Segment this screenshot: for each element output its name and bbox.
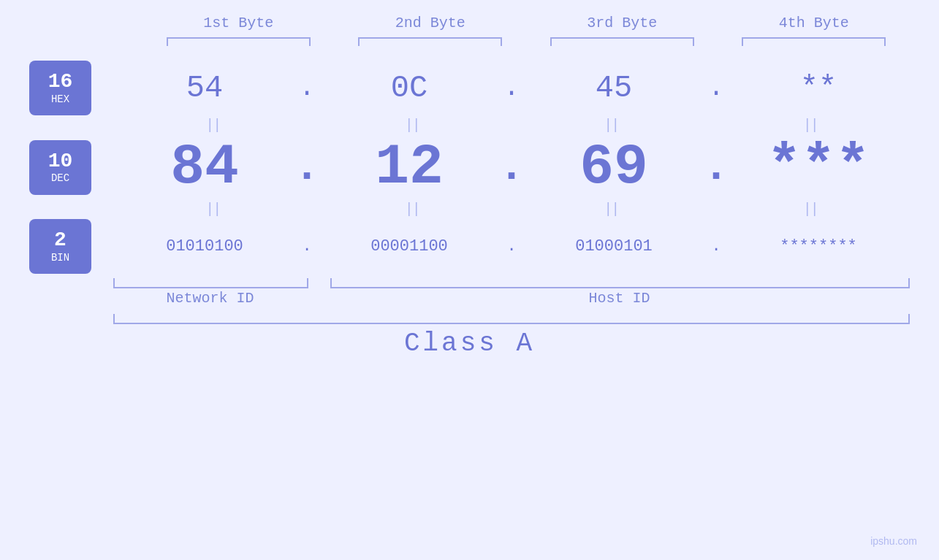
bin-dot3: . (705, 237, 727, 256)
dec-row: 10 DEC 84 . 12 . 69 . *** (29, 135, 910, 199)
dec-dot2: . (501, 142, 522, 192)
bin-row: 2 BIN 01010100 . 00001100 . 01000101 . *… (29, 219, 910, 274)
eq1-b2-sign: || (405, 117, 419, 134)
byte1-header: 1st Byte (142, 15, 335, 31)
id-labels-row: Network ID Host ID (29, 290, 910, 307)
bin-badge-number: 2 (54, 229, 66, 252)
bin-b4-cell: ******** (727, 237, 910, 256)
bin-b3: 01000101 (522, 237, 705, 256)
byte-headers: 1st Byte 2nd Byte 3rd Byte 4th Byte (29, 15, 910, 31)
eq2-b4: || (711, 201, 911, 218)
dec-badge-label: DEC (51, 172, 69, 184)
eq1-b4-sign: || (803, 117, 818, 134)
hex-b4: ** (727, 71, 910, 106)
top-bracket-row (29, 37, 910, 46)
dec-b3: 69 (522, 135, 705, 199)
bin-b3-cell: 01000101 (522, 237, 705, 256)
eq2-b2-sign: || (405, 201, 419, 218)
top-bracket-2 (335, 37, 527, 46)
eq1-b3-sign: || (604, 117, 618, 134)
dec-dot3: . (705, 142, 727, 192)
watermark: ipshu.com (870, 535, 917, 547)
full-bottom-bracket (113, 314, 910, 324)
equals-row-1: || || || || (29, 117, 910, 134)
dec-dot1: . (296, 142, 318, 192)
hex-badge-label: HEX (51, 93, 69, 105)
dec-b3-cell: 69 (522, 135, 705, 199)
top-bracket-4 (718, 37, 911, 46)
bin-b2-cell: 00001100 (318, 237, 501, 256)
hex-b1: 54 (113, 71, 296, 106)
dec-b4: *** (727, 135, 910, 199)
eq1-b1: || (113, 117, 313, 134)
top-bracket-1 (142, 37, 335, 46)
network-id-label: Network ID (113, 290, 307, 307)
hex-b3-cell: 45 (522, 71, 705, 106)
hex-row: 16 HEX 54 . 0C . 45 . ** (29, 61, 910, 115)
hex-b3: 45 (522, 71, 705, 106)
top-bracket-3 (526, 37, 718, 46)
network-bottom-bracket (113, 278, 308, 288)
class-label: Class A (404, 329, 535, 358)
hex-b2-cell: 0C (318, 71, 501, 106)
host-id-label: Host ID (329, 290, 910, 307)
eq2-b1: || (113, 201, 313, 218)
hex-dot1: . (296, 73, 318, 103)
host-bottom-bracket (330, 278, 910, 288)
bin-b1: 01010100 (113, 237, 296, 256)
bin-dot1: . (296, 237, 318, 256)
hex-badge: 16 HEX (29, 61, 91, 115)
eq2-b2: || (313, 201, 512, 218)
bottom-bracket-row (29, 278, 910, 288)
eq2-b1-sign: || (205, 201, 220, 218)
bin-dot2: . (501, 237, 522, 256)
equals-row-2: || || || || (29, 201, 910, 218)
class-label-row: Class A (29, 329, 910, 358)
hex-dot3: . (705, 73, 727, 103)
dec-b4-cell: *** (727, 135, 910, 199)
hex-b4-cell: ** (727, 71, 910, 106)
byte3-header: 3rd Byte (526, 15, 718, 31)
byte2-header: 2nd Byte (335, 15, 527, 31)
dec-badge-number: 10 (48, 150, 73, 173)
main-container: 1st Byte 2nd Byte 3rd Byte 4th Byte 16 H… (0, 0, 939, 560)
bin-b1-cell: 01010100 (113, 237, 296, 256)
eq2-b4-sign: || (803, 201, 818, 218)
bin-badge: 2 BIN (29, 219, 91, 274)
eq1-b2: || (313, 117, 512, 134)
hex-badge-number: 16 (48, 71, 73, 93)
bin-values: 01010100 . 00001100 . 01000101 . *******… (113, 237, 910, 256)
dec-badge: 10 DEC (29, 140, 91, 195)
dec-b2-cell: 12 (318, 135, 501, 199)
eq1-b3: || (512, 117, 711, 134)
dec-b1-cell: 84 (113, 135, 296, 199)
dec-b2: 12 (318, 135, 501, 199)
dec-values: 84 . 12 . 69 . *** (113, 135, 910, 199)
byte4-header: 4th Byte (718, 15, 911, 31)
hex-b2: 0C (318, 71, 501, 106)
hex-dot2: . (501, 73, 522, 103)
bin-badge-label: BIN (51, 252, 69, 264)
eq1-b1-sign: || (205, 117, 220, 134)
dec-b1: 84 (113, 135, 296, 199)
hex-b1-cell: 54 (113, 71, 296, 106)
eq2-b3-sign: || (604, 201, 618, 218)
hex-values: 54 . 0C . 45 . ** (113, 71, 910, 106)
bin-b4: ******** (727, 237, 910, 256)
eq1-b4: || (711, 117, 911, 134)
bin-b2: 00001100 (318, 237, 501, 256)
eq2-b3: || (512, 201, 711, 218)
